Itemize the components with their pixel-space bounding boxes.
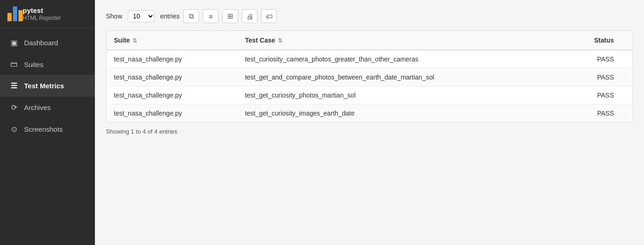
- logo-text: pytest HTML Reporter: [23, 6, 61, 21]
- sidebar-item-dashboard[interactable]: ▣Dashboard: [0, 32, 95, 54]
- table-header-row: SuiteTest CaseStatus: [106, 31, 632, 50]
- cell-suite: test_nasa_challenge.py: [106, 68, 238, 86]
- sidebar-logo: pytest HTML Reporter: [0, 0, 95, 28]
- sidebar-item-archives[interactable]: ⟳Archives: [0, 97, 95, 118]
- cell-test-case: test_curiosity_camera_photos_greater_tha…: [238, 50, 560, 68]
- sidebar: pytest HTML Reporter ▣Dashboard🗃Suites☰T…: [0, 0, 95, 245]
- toolbar: Show 102550100 entries ⧉≡⊞🖨🏷: [106, 9, 633, 23]
- sidebar-item-label-archives: Archives: [24, 104, 51, 111]
- show-label: Show: [106, 12, 122, 20]
- logo-icon: [7, 6, 23, 21]
- excel-btn[interactable]: ⊞: [222, 9, 238, 23]
- suites-icon: 🗃: [9, 60, 19, 68]
- cell-suite: test_nasa_challenge.py: [106, 86, 238, 104]
- table-header: SuiteTest CaseStatus: [106, 31, 632, 50]
- table-body: test_nasa_challenge.pytest_curiosity_cam…: [106, 50, 632, 122]
- logo-subtitle: HTML Reporter: [23, 15, 61, 21]
- cell-test-case: test_get_curiosity_photos_martian_sol: [238, 86, 560, 104]
- sidebar-item-label-screenshots: Screenshots: [24, 125, 63, 133]
- cell-status: PASS: [560, 104, 632, 122]
- sidebar-nav: ▣Dashboard🗃Suites☰Test Metrics⟳Archives⊙…: [0, 28, 95, 245]
- test-metrics-icon: ☰: [9, 81, 19, 90]
- sidebar-item-label-dashboard: Dashboard: [24, 39, 58, 47]
- sidebar-item-label-test-metrics: Test Metrics: [24, 82, 64, 90]
- entries-select[interactable]: 102550100: [128, 10, 155, 22]
- cell-status: PASS: [560, 86, 632, 104]
- csv-btn[interactable]: ≡: [203, 9, 219, 23]
- sidebar-item-screenshots[interactable]: ⊙Screenshots: [0, 118, 95, 140]
- data-table-container: SuiteTest CaseStatus test_nasa_challenge…: [106, 31, 633, 122]
- logo-bar-1: [7, 13, 12, 21]
- sidebar-item-test-metrics[interactable]: ☰Test Metrics: [0, 75, 95, 97]
- test-metrics-table: SuiteTest CaseStatus test_nasa_challenge…: [106, 31, 632, 122]
- col-header-test_case[interactable]: Test Case: [238, 31, 560, 50]
- filter-btn[interactable]: 🏷: [261, 9, 277, 23]
- dashboard-icon: ▣: [9, 38, 19, 47]
- screenshots-icon: ⊙: [9, 125, 19, 134]
- col-header-status: Status: [560, 31, 632, 50]
- cell-suite: test_nasa_challenge.py: [106, 104, 238, 122]
- logo-title: pytest: [23, 6, 61, 15]
- logo-bar-3: [19, 10, 23, 21]
- table-row: test_nasa_challenge.pytest_curiosity_cam…: [106, 50, 632, 68]
- sidebar-item-suites[interactable]: 🗃Suites: [0, 54, 95, 75]
- logo-bar-2: [13, 6, 17, 21]
- archives-icon: ⟳: [9, 103, 19, 112]
- sidebar-item-label-suites: Suites: [24, 61, 44, 68]
- cell-status: PASS: [560, 68, 632, 86]
- col-header-suite[interactable]: Suite: [106, 31, 238, 50]
- pdf-btn[interactable]: 🖨: [242, 9, 257, 23]
- entries-label: entries: [160, 12, 180, 20]
- showing-text: Showing 1 to 4 of 4 entries: [106, 128, 633, 135]
- table-row: test_nasa_challenge.pytest_get_curiosity…: [106, 104, 632, 122]
- cell-test-case: test_get_curiosity_images_earth_date: [238, 104, 560, 122]
- cell-test-case: test_get_and_compare_photos_between_eart…: [238, 68, 560, 86]
- cell-suite: test_nasa_challenge.py: [106, 50, 238, 68]
- main-content: Show 102550100 entries ⧉≡⊞🖨🏷 SuiteTest C…: [95, 0, 644, 245]
- cell-status: PASS: [560, 50, 632, 68]
- table-row: test_nasa_challenge.pytest_get_and_compa…: [106, 68, 632, 86]
- copy-btn[interactable]: ⧉: [183, 9, 199, 23]
- table-row: test_nasa_challenge.pytest_get_curiosity…: [106, 86, 632, 104]
